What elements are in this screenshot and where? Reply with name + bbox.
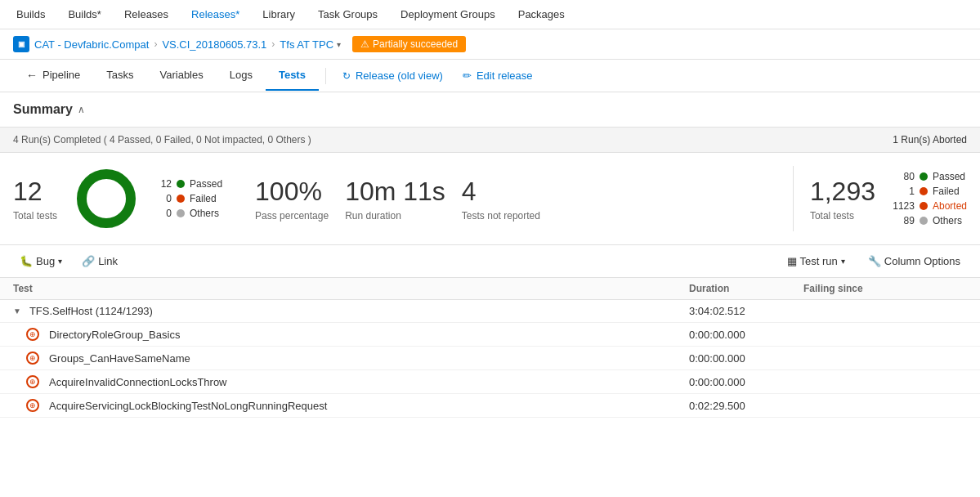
status-badge: ⚠ Partially succeeded: [352, 36, 466, 52]
breadcrumb-bar: ▣ CAT - Devfabric.Compat › VS.CI_2018060…: [0, 29, 980, 60]
test-aborted-icon: ⊕: [26, 328, 39, 341]
main-stats-section: 12 Total tests 12 Passed 0 Failed: [0, 153, 980, 245]
right-total-number: 1,293: [810, 177, 875, 207]
legend-failed-count: 0: [155, 193, 172, 204]
nav-deployment-groups[interactable]: Deployment Groups: [397, 3, 499, 25]
right-passed-dot: [920, 172, 928, 181]
test-run-button[interactable]: ▦ Test run ▾: [781, 252, 852, 271]
stats-bar: 4 Run(s) Completed ( 4 Passed, 0 Failed,…: [0, 127, 980, 153]
breadcrumb-stage-dropdown[interactable]: Tfs AT TPC ▾: [280, 38, 341, 51]
test-run-chevron-icon: ▾: [841, 257, 845, 266]
breadcrumb-stage: Tfs AT TPC: [280, 38, 333, 51]
row-test-name: ⊕ Groups_CanHaveSameName: [26, 351, 689, 365]
test-aborted-icon: ⊕: [26, 351, 39, 365]
toolbar: 🐛 Bug ▾ 🔗 Link ▦ Test run ▾ 🔧 Column Opt…: [0, 245, 980, 278]
run-duration-label: Run duration: [345, 210, 445, 222]
breadcrumb-project[interactable]: CAT - Devfabric.Compat: [34, 38, 149, 51]
legend-failed-label: Failed: [190, 193, 217, 204]
collapse-icon: ∧: [78, 104, 85, 115]
stats-divider: [793, 166, 794, 231]
passed-dot: [177, 180, 185, 188]
total-tests-label: Total tests: [13, 210, 57, 222]
svg-point-1: [90, 182, 123, 215]
right-legend-failed: 1 Failed: [892, 186, 967, 197]
table-row[interactable]: ⊕ Groups_CanHaveSameName 0:00:00.000: [0, 347, 980, 370]
nav-builds-star[interactable]: Builds*: [65, 3, 104, 25]
breadcrumb-build[interactable]: VS.CI_20180605.73.1: [162, 38, 266, 51]
pass-pct-number: 100%: [255, 177, 329, 207]
right-others-dot: [920, 217, 928, 225]
row-test-name: ⊕ AcquireServicingLockBlockingTestNoLong…: [26, 399, 689, 412]
table-row[interactable]: ⊕ AcquireServicingLockBlockingTestNoLong…: [0, 394, 980, 418]
legend-others-count: 0: [155, 208, 172, 219]
chevron-down-icon: ▾: [337, 40, 341, 49]
total-tests-stat: 12 Total tests: [13, 177, 57, 222]
test-aborted-icon: ⊕: [26, 375, 39, 388]
row-duration: 0:02:29.500: [689, 400, 803, 412]
right-failed-label: Failed: [933, 186, 960, 197]
stats-bar-left: 4 Run(s) Completed ( 4 Passed, 0 Failed,…: [13, 134, 311, 146]
right-failed-count: 1: [892, 186, 915, 197]
action-release-old-view[interactable]: ↻ Release (old view): [333, 65, 453, 87]
summary-title: Summary: [13, 102, 73, 117]
donut-svg: [74, 166, 139, 231]
right-passed-count: 80: [892, 171, 915, 182]
column-options-button[interactable]: 🔧 Column Options: [861, 252, 967, 271]
nav-releases-star[interactable]: Releases*: [188, 3, 243, 25]
not-reported-label: Tests not reported: [462, 210, 540, 222]
right-legend-others: 89 Others: [892, 215, 967, 226]
col-header-failing-since: Failing since: [803, 283, 967, 294]
pass-pct-stat: 100% Pass percentage: [255, 177, 329, 222]
table-row[interactable]: ⊕ AcquireInvalidConnectionLocksThrow 0:0…: [0, 370, 980, 394]
summary-section-header[interactable]: Summary ∧: [0, 92, 980, 127]
nav-task-groups[interactable]: Task Groups: [315, 3, 381, 25]
right-legend: 80 Passed 1 Failed 1123 Aborted 89 Other…: [892, 171, 967, 226]
right-aborted-count: 1123: [892, 200, 915, 212]
table-header: Test Duration Failing since: [0, 278, 980, 300]
tab-logs[interactable]: Logs: [217, 60, 266, 91]
legend-passed-label: Passed: [190, 178, 222, 190]
row-test-name: ⊕ AcquireInvalidConnectionLocksThrow: [26, 375, 689, 388]
legend-others-label: Others: [190, 208, 219, 219]
subnav-pipeline[interactable]: ← Pipeline: [13, 60, 93, 92]
right-aborted-dot: [920, 202, 928, 210]
back-arrow-icon: ←: [26, 69, 38, 82]
others-dot: [177, 209, 185, 217]
tab-tests[interactable]: Tests: [266, 60, 319, 91]
run-duration-value: 10m 11s: [345, 177, 445, 207]
tab-variables[interactable]: Variables: [147, 60, 217, 91]
table-row[interactable]: ⊕ DirectoryRoleGroup_Basics 0:00:00.000: [0, 323, 980, 347]
nav-releases[interactable]: Releases: [121, 3, 172, 25]
nav-library[interactable]: Library: [259, 3, 298, 25]
bug-chevron-icon: ▾: [58, 257, 62, 266]
column-options-icon: 🔧: [868, 255, 881, 267]
test-aborted-icon: ⊕: [26, 399, 39, 412]
pass-pct-label: Pass percentage: [255, 210, 329, 222]
total-tests-number: 12: [13, 177, 57, 207]
toolbar-right: ▦ Test run ▾ 🔧 Column Options: [781, 252, 967, 271]
group-toggle-icon[interactable]: ▼: [13, 307, 21, 316]
col-header-duration: Duration: [689, 283, 803, 294]
sub-navigation: ← Pipeline Tasks Variables Logs Tests ↻ …: [0, 60, 980, 92]
table-body: ▼ TFS.SelfHost (1124/1293) 3:04:02.512 ⊕…: [0, 300, 980, 418]
action-edit-release[interactable]: ✏ Edit release: [453, 65, 543, 87]
legend-passed-count: 12: [155, 178, 172, 190]
right-others-count: 89: [892, 215, 915, 226]
right-legend-aborted: 1123 Aborted: [892, 200, 967, 212]
nav-builds[interactable]: Builds: [13, 3, 48, 25]
breadcrumb-icon: ▣: [13, 36, 29, 52]
right-failed-dot: [920, 187, 928, 195]
donut-chart: [74, 166, 139, 231]
not-reported-stat: 4 Tests not reported: [462, 177, 540, 222]
row-duration: 3:04:02.512: [689, 305, 803, 317]
right-others-label: Others: [933, 215, 962, 226]
tab-tasks[interactable]: Tasks: [93, 60, 146, 91]
link-button[interactable]: 🔗 Link: [75, 252, 124, 271]
top-navigation: Builds Builds* Releases Releases* Librar…: [0, 0, 980, 29]
row-duration: 0:00:00.000: [689, 352, 803, 365]
bug-icon: 🐛: [20, 255, 33, 267]
link-icon: 🔗: [82, 255, 95, 267]
table-row[interactable]: ▼ TFS.SelfHost (1124/1293) 3:04:02.512: [0, 300, 980, 323]
nav-packages[interactable]: Packages: [515, 3, 568, 25]
bug-button[interactable]: 🐛 Bug ▾: [13, 252, 69, 271]
